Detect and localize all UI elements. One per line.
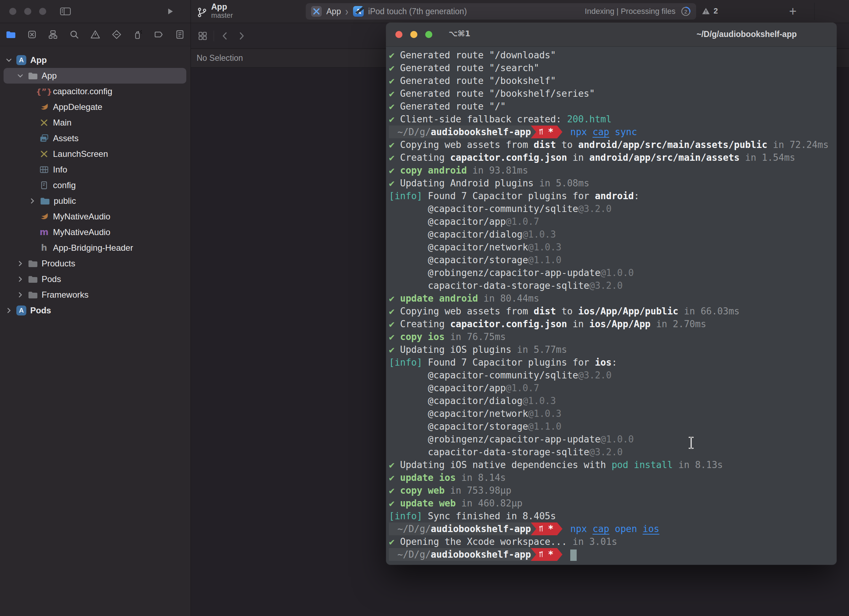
terminal-line: [info] Sync finished in 8.405s bbox=[389, 510, 837, 522]
tree-item-config[interactable]: config bbox=[0, 177, 191, 193]
report-navigator[interactable] bbox=[173, 28, 186, 41]
tree-item-assets[interactable]: Assets bbox=[0, 131, 191, 146]
terminal-line: @capacitor/dialog@1.0.3 bbox=[389, 228, 837, 241]
tree-item-public[interactable]: public bbox=[0, 193, 191, 209]
disclosure-right-icon[interactable] bbox=[28, 197, 36, 205]
prompt-path: ~/D/g/audiobookshelf-app bbox=[389, 548, 531, 561]
tree-item-products[interactable]: Products bbox=[0, 256, 191, 271]
terminal-line: @capacitor/storage@1.1.0 bbox=[389, 254, 837, 266]
navigate-forward-icon[interactable] bbox=[236, 31, 247, 41]
terminal-line: ✔ update ios in 8.14s bbox=[389, 471, 837, 484]
tree-item-main[interactable]: Main bbox=[0, 115, 191, 131]
terminal-line: @robingenz/capacitor-app-update@1.0.0 bbox=[389, 433, 837, 446]
tree-item-app[interactable]: App bbox=[0, 68, 191, 84]
tree-item-capacitor-config[interactable]: {”}capacitor.config bbox=[0, 84, 191, 99]
tree-item-launchscreen[interactable]: LaunchScreen bbox=[0, 146, 191, 162]
terminal-line: ✔ Updating Android plugins in 5.08ms bbox=[389, 177, 837, 189]
terminal-line: ✔ Creating capacitor.config.json in andr… bbox=[389, 151, 837, 164]
terminal-close-button[interactable] bbox=[395, 31, 402, 38]
folder-icon bbox=[39, 195, 51, 206]
terminal-line: @capacitor/dialog@1.0.3 bbox=[389, 394, 837, 407]
disclosure-right-icon[interactable] bbox=[16, 260, 24, 267]
tree-item-app[interactable]: AApp bbox=[0, 52, 191, 68]
terminal-line: ✔ Updating iOS plugins in 5.77ms bbox=[389, 343, 837, 356]
breadcrumb: No Selection bbox=[197, 53, 243, 63]
project-navigator[interactable] bbox=[4, 28, 17, 41]
terminal-line: ✔ update android in 80.44ms bbox=[389, 292, 837, 305]
disclosure-right-icon[interactable] bbox=[16, 275, 24, 283]
mouse-ibeam-cursor bbox=[687, 436, 695, 450]
tree-item-label: App bbox=[30, 55, 47, 65]
terminal-zoom-button[interactable] bbox=[425, 31, 432, 38]
disclosure-right-icon[interactable] bbox=[5, 307, 13, 315]
terminal-line: ✔ update web in 460.82μp bbox=[389, 497, 837, 510]
tree-item-pods[interactable]: APods bbox=[0, 303, 191, 318]
tree-item-mynativeaudio[interactable]: mMyNativeAudio bbox=[0, 224, 191, 240]
terminal-output[interactable]: ✔ Generated route "/downloads"✔ Generate… bbox=[386, 46, 837, 561]
terminal-prompt-line: ~/D/g/audiobookshelf-app* bbox=[389, 548, 837, 561]
tree-item-frameworks[interactable]: Frameworks bbox=[0, 287, 191, 303]
window-minimize-button[interactable] bbox=[24, 8, 31, 15]
header-file-icon: h bbox=[39, 243, 50, 253]
prompt-branch-icon bbox=[538, 524, 544, 534]
window-close-button[interactable] bbox=[9, 8, 16, 15]
terminal-line: ✔ Copying web assets from dist to androi… bbox=[389, 138, 837, 151]
folder-icon bbox=[27, 274, 39, 285]
activity-and-scheme-bar[interactable]: App › A iPod touch (7th generation) Inde… bbox=[306, 3, 696, 19]
swift-file-icon bbox=[39, 102, 50, 112]
terminal-prompt-line: ~/D/g/audiobookshelf-app*npx cap open io… bbox=[389, 522, 837, 535]
json-file-icon: {”} bbox=[39, 86, 50, 97]
tree-item-mynativeaudio[interactable]: MyNativeAudio bbox=[0, 209, 191, 224]
debug-navigator[interactable] bbox=[131, 28, 144, 41]
warning-triangle-icon bbox=[701, 7, 711, 16]
folder-icon bbox=[27, 70, 39, 81]
asset-catalog-icon bbox=[39, 133, 50, 144]
indexing-progress-ring[interactable]: 2 bbox=[681, 6, 691, 17]
terminal-line: @capacitor/app@1.0.7 bbox=[389, 215, 837, 228]
toggle-sidebar-icon[interactable] bbox=[60, 6, 71, 17]
terminal-line: ✔ Generated route "/" bbox=[389, 100, 837, 113]
plist-file-icon bbox=[39, 164, 50, 175]
prompt-branch-icon bbox=[538, 127, 544, 137]
disclosure-right-icon[interactable] bbox=[16, 291, 24, 299]
find-navigator[interactable] bbox=[68, 28, 81, 41]
run-button[interactable] bbox=[165, 7, 174, 16]
terminal-window[interactable]: ⌥⌘1 ~/D/g/audiobookshelf-app ✔ Generated… bbox=[386, 23, 837, 565]
issue-navigator[interactable] bbox=[89, 28, 102, 41]
disclosure-down-icon[interactable] bbox=[5, 56, 13, 64]
symbol-navigator[interactable] bbox=[46, 28, 60, 41]
window-zoom-button[interactable] bbox=[39, 8, 46, 15]
git-status-segment: * bbox=[536, 522, 557, 535]
git-branch-icon bbox=[196, 4, 208, 21]
terminal-minimize-button[interactable] bbox=[410, 31, 417, 38]
tree-item-label: Info bbox=[53, 165, 67, 175]
tree-item-appdelegate[interactable]: AppDelegate bbox=[0, 99, 191, 115]
tree-item-pods[interactable]: Pods bbox=[0, 271, 191, 287]
disclosure-down-icon[interactable] bbox=[16, 72, 24, 80]
scheme-name: App bbox=[326, 7, 341, 16]
breakpoint-navigator[interactable] bbox=[152, 28, 165, 41]
navigate-back-icon[interactable] bbox=[220, 31, 230, 41]
terminal-line: ✔ Opening the Xcode workspace... in 3.01… bbox=[389, 535, 837, 548]
source-control-navigator[interactable] bbox=[25, 28, 39, 41]
tree-item-label: Frameworks bbox=[42, 290, 88, 300]
terminal-line: ✔ Updating iOS native dependencies with … bbox=[389, 458, 837, 471]
source-control-summary[interactable]: App master bbox=[196, 2, 233, 21]
terminal-line: [info] Found 7 Capacitor plugins for and… bbox=[389, 189, 837, 202]
run-destination-name: iPod touch (7th generation) bbox=[368, 7, 467, 16]
tree-item-info[interactable]: Info bbox=[0, 162, 191, 177]
terminal-title-bar[interactable]: ⌥⌘1 ~/D/g/audiobookshelf-app bbox=[386, 23, 837, 46]
test-navigator[interactable] bbox=[110, 28, 123, 41]
terminal-line: ✔ Generated route "/bookshelf" bbox=[389, 75, 837, 87]
related-items-icon[interactable] bbox=[197, 31, 208, 41]
warnings-indicator[interactable]: 2 bbox=[701, 6, 718, 16]
terminal-line: ✔ copy ios in 76.75ms bbox=[389, 330, 837, 343]
terminal-line: ✔ Generated route "/downloads" bbox=[389, 49, 837, 61]
git-status-segment: * bbox=[536, 548, 557, 561]
library-add-button[interactable]: + bbox=[785, 4, 801, 18]
chevron-separator-icon: › bbox=[345, 4, 349, 18]
terminal-line: @capacitor/network@1.0.3 bbox=[389, 241, 837, 254]
terminal-line: @capacitor-community/sqlite@3.2.0 bbox=[389, 202, 837, 215]
tree-item-app-bridging-header[interactable]: hApp-Bridging-Header bbox=[0, 240, 191, 256]
tree-item-label: MyNativeAudio bbox=[53, 227, 110, 237]
